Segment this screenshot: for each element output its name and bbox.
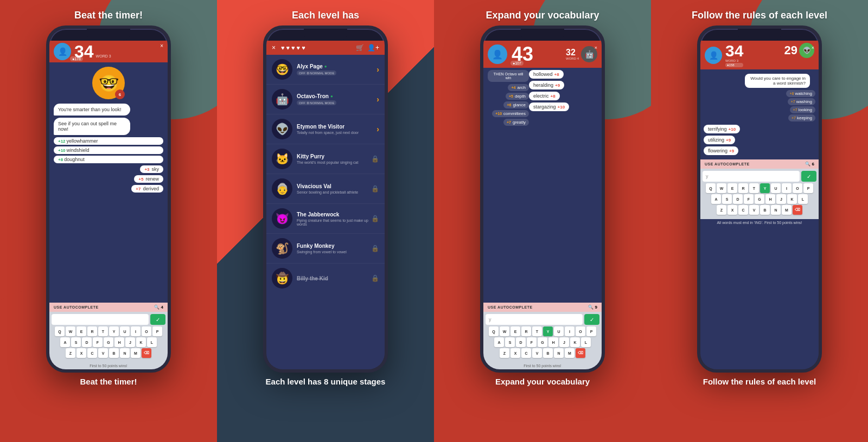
enter-button-4[interactable]: ✓ [801,171,816,182]
key-S[interactable]: S [71,337,81,347]
k3-C[interactable]: C [521,348,531,358]
k4-Z[interactable]: Z [717,205,726,215]
key-Y[interactable]: Y [109,326,119,336]
k4-V[interactable]: V [749,205,759,215]
k3-I[interactable]: I [565,326,575,336]
key-delete[interactable]: ⌫ [142,348,151,358]
word-input-4[interactable]: y [703,171,800,182]
k4-Q[interactable]: Q [706,183,716,193]
k3-G[interactable]: G [538,337,547,347]
k4-W[interactable]: W [717,183,726,193]
key-T[interactable]: T [98,326,108,336]
k4-T[interactable]: T [749,183,759,193]
key-Q[interactable]: Q [55,326,65,336]
k4-K[interactable]: K [787,194,797,204]
k3-P[interactable]: P [586,326,596,336]
opponent-etymon[interactable]: 👽 Etymon the Visitor Totally not from sp… [266,114,385,144]
key-P[interactable]: P [152,326,162,336]
k4-del[interactable]: ⌫ [793,205,802,215]
key-V[interactable]: V [98,348,108,358]
key-X[interactable]: X [76,348,86,358]
key-B[interactable]: B [109,348,119,358]
opponent-jabberwock[interactable]: 😈 The Jabberwock Flying creature that se… [266,204,385,234]
phone4-close-button[interactable]: × [812,45,814,50]
phone2-close-button[interactable]: × [272,44,276,52]
k3-W[interactable]: W [500,326,509,336]
word-input-3[interactable]: y [486,314,583,325]
key-E[interactable]: E [76,326,86,336]
k3-E[interactable]: E [510,326,520,336]
k3-D[interactable]: D [516,337,526,347]
opponent-billy[interactable]: 🤠 Billy the Kid 🔒 [266,264,385,293]
k4-G[interactable]: G [755,194,764,204]
key-K[interactable]: K [136,337,146,347]
k3-T[interactable]: T [532,326,542,336]
k3-R[interactable]: R [521,326,531,336]
key-F[interactable]: F [93,337,103,347]
k3-H[interactable]: H [548,337,558,347]
k3-Z[interactable]: Z [500,348,509,358]
key-M[interactable]: M [131,348,141,358]
key-Z[interactable]: Z [66,348,75,358]
k4-A[interactable]: A [711,194,721,204]
key-A[interactable]: A [60,337,70,347]
opponent-kitty[interactable]: 🐱 Kitty Purry The world's most popular s… [266,144,385,174]
opponent-val[interactable]: 👵 Vivacious Val Senior bowling and pickl… [266,174,385,204]
k4-I[interactable]: I [782,183,792,193]
k4-C[interactable]: C [738,205,748,215]
k4-S[interactable]: S [722,194,732,204]
key-D[interactable]: D [82,337,92,347]
k3-N[interactable]: N [554,348,564,358]
phone3-close-button[interactable]: × [595,45,597,50]
k4-H[interactable]: H [765,194,775,204]
k4-N[interactable]: N [771,205,781,215]
k3-M[interactable]: M [565,348,575,358]
k4-Y[interactable]: Y [760,183,770,193]
k3-J[interactable]: J [559,337,569,347]
k3-del[interactable]: ⌫ [576,348,585,358]
k3-O[interactable]: O [576,326,585,336]
k4-R[interactable]: R [738,183,748,193]
k4-B[interactable]: B [760,205,770,215]
key-L[interactable]: L [147,337,157,347]
k3-K[interactable]: K [570,337,580,347]
k4-X[interactable]: X [727,205,737,215]
k4-P[interactable]: P [803,183,813,193]
k4-L[interactable]: L [798,194,808,204]
k4-U[interactable]: U [771,183,781,193]
k3-A[interactable]: A [494,337,504,347]
k3-S[interactable]: S [505,337,515,347]
add-user-icon[interactable]: 👤+ [367,44,379,52]
k3-V[interactable]: V [532,348,542,358]
key-G[interactable]: G [104,337,113,347]
key-N[interactable]: N [120,348,130,358]
k3-U[interactable]: U [554,326,564,336]
key-W[interactable]: W [66,326,75,336]
phone1-close-button[interactable]: × [160,43,163,49]
enter-button-1[interactable]: ✓ [150,314,165,325]
key-U[interactable]: U [120,326,130,336]
k4-E[interactable]: E [727,183,737,193]
k3-X[interactable]: X [510,348,520,358]
cart-icon[interactable]: 🛒 [356,44,364,52]
key-R[interactable]: R [87,326,97,336]
k3-Q[interactable]: Q [489,326,499,336]
k3-L[interactable]: L [581,337,591,347]
key-I[interactable]: I [131,326,141,336]
word-input-1[interactable] [52,314,149,325]
key-H[interactable]: H [114,337,124,347]
opponent-alyx[interactable]: 🤓 Alyx Page ● OFF ⚙ NORMAL MODE › [266,55,385,85]
k4-J[interactable]: J [776,194,786,204]
k3-B[interactable]: B [543,348,553,358]
opponent-funky[interactable]: 🐒 Funky Monkey Swinging from vowel to vo… [266,234,385,264]
k4-F[interactable]: F [744,194,754,204]
opponent-octavo[interactable]: 🤖 Octavo-Tron ● OFF ⚙ NORMAL MODE › [266,85,385,114]
k4-D[interactable]: D [733,194,743,204]
k4-O[interactable]: O [793,183,802,193]
enter-button-3[interactable]: ✓ [584,314,599,325]
k3-Y[interactable]: Y [543,326,553,336]
key-O[interactable]: O [142,326,151,336]
key-J[interactable]: J [125,337,135,347]
k3-F[interactable]: F [527,337,537,347]
key-C[interactable]: C [87,348,97,358]
